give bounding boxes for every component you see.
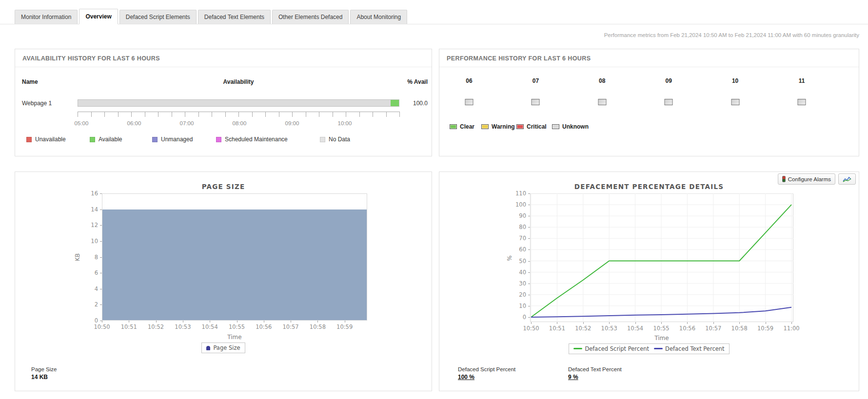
hour-status-box-unknown[interactable] [532,99,540,105]
y-tick-label: 6 [82,269,98,276]
hour-status-box-unknown[interactable] [465,99,473,105]
page-size-y-axis-name: KB [74,253,81,261]
y-tick-mark [528,216,530,216]
defacement-x-axis-name: Time [530,335,793,342]
time-tick-label: 08:00 [233,120,247,126]
hour-status-box-unknown[interactable] [731,99,739,105]
x-tick-label: 10:55 [224,323,250,330]
legend-item-warning: Warning [481,123,515,130]
tab-monitor-information[interactable]: Monitor Information [15,10,78,24]
x-tick-label: 10:57 [277,323,304,330]
x-tick-mark [739,322,740,324]
page-size-area-series [102,209,367,320]
x-tick-label: 10:58 [304,323,331,330]
y-tick-label: 20 [510,291,526,298]
x-tick-label: 10:57 [700,325,727,332]
y-tick-label: 100 [510,201,526,208]
y-tick-mark [528,238,530,239]
y-tick-label: 16 [82,190,98,197]
text-percent-footer-label: Defaced Text Percent [568,366,622,372]
page-size-panel: PAGE SIZE 161412108642010:5010:5110:5210… [15,171,432,391]
x-tick-mark [557,322,557,324]
availability-time-ruler [78,112,400,117]
hour-status-box-unknown[interactable] [665,99,673,105]
y-tick-mark [100,193,102,194]
legend-item-unmanaged: Unmanaged [152,136,193,143]
y-tick-label: 90 [510,212,526,219]
x-tick-mark [183,321,183,323]
tab-defaced-script-elements[interactable]: Defaced Script Elements [119,10,197,24]
performance-history-panel: PERFORMANCE HISTORY FOR LAST 6 HOURS 060… [439,49,859,156]
availability-time-axis: 05:0006:0007:0008:0009:0010:00 [78,120,399,128]
tab-other-elements-defaced[interactable]: Other Elements Defaced [272,10,349,24]
y-tick-label: 30 [510,280,526,287]
script-percent-footer-label: Defaced Script Percent [458,366,515,372]
x-tick-label: 10:54 [622,325,649,332]
x-tick-label: 10:51 [544,325,570,332]
y-tick-label: 0 [82,317,98,324]
y-tick-label: 8 [82,254,98,261]
tab-about-monitoring[interactable]: About Monitoring [350,10,407,24]
x-tick-mark [291,321,291,323]
x-tick-label: 10:52 [570,325,596,332]
page-size-legend-label: Page Size [213,344,240,351]
availability-history-panel: AVAILABILITY HISTORY FOR LAST 6 HOURS Na… [15,49,432,156]
tab-bar: Monitor InformationOverviewDefaced Scrip… [0,9,868,24]
time-tick-label: 10:00 [338,120,352,126]
x-tick-mark [210,321,210,323]
column-header-availability: Availability [78,78,399,85]
y-tick-label: 60 [510,246,526,253]
x-tick-label: 10:50 [518,325,544,332]
tab-overview[interactable]: Overview [79,9,118,24]
y-tick-mark [528,193,530,194]
y-tick-label: 40 [510,269,526,276]
text-percent-legend-label: Defaced Text Percent [665,345,725,352]
page-size-x-axis-name: Time [102,334,367,341]
x-tick-label: 10:59 [332,323,358,330]
defacement-y-axis-name: % [506,255,513,261]
performance-legend: ClearWarningCriticalUnknown [439,123,859,131]
hour-label: 09 [666,77,672,84]
y-tick-mark [528,317,530,318]
x-tick-label: 10:54 [197,323,223,330]
tab-defaced-text-elements[interactable]: Defaced Text Elements [198,10,271,24]
legend-item-scheduled-maintenance: Scheduled Maintenance [216,136,288,143]
x-tick-mark [583,322,584,324]
y-tick-label: 70 [510,235,526,242]
legend-swatch [481,124,489,129]
y-tick-label: 4 [82,285,98,292]
x-tick-mark [766,322,766,324]
hour-label: 08 [599,77,605,84]
y-tick-mark [100,225,102,226]
legend-swatch [320,137,325,142]
x-tick-mark [237,321,237,323]
legend-swatch [90,137,95,142]
x-tick-mark [317,321,318,323]
y-tick-mark [100,273,102,273]
x-tick-label: 10:55 [648,325,674,332]
time-tick-label: 05:00 [75,120,89,126]
performance-hours: 060708091011 [439,49,859,156]
x-tick-mark [687,322,688,324]
legend-label: No Data [329,136,350,143]
x-tick-label: 10:52 [143,323,169,330]
script-percent-legend-label: Defaced Script Percent [585,345,649,352]
y-tick-mark [100,241,102,242]
x-tick-mark [661,322,662,324]
legend-label: Clear [460,123,474,130]
text-percent-footer-value[interactable]: 9 % [568,374,578,380]
hour-label: 06 [466,77,472,84]
hour-status-box-unknown[interactable] [598,99,606,105]
script-percent-footer-value[interactable]: 100 % [458,374,474,380]
x-tick-label: 10:51 [116,323,142,330]
availability-legend: UnavailableAvailableUnmanagedScheduled M… [15,136,432,145]
x-tick-mark [635,322,636,324]
y-tick-mark [528,227,530,228]
y-tick-mark [100,257,102,258]
hour-label: 07 [533,77,539,84]
defacement-plot-svg [530,193,793,322]
legend-label: Unavailable [35,136,66,143]
legend-item-clear: Clear [450,123,474,130]
legend-swatch [552,124,559,129]
hour-status-box-unknown[interactable] [798,99,806,105]
